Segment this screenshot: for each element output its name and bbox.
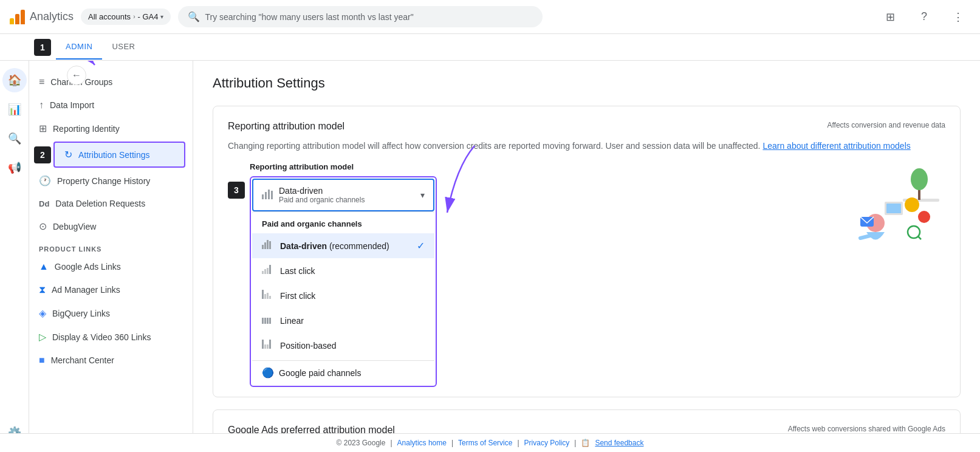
- google-paid-label: Google paid channels: [279, 368, 361, 378]
- google-paid-row[interactable]: 🔵 Google paid channels: [252, 361, 434, 385]
- analytics-logo: [10, 10, 25, 24]
- data-driven-check-icon: ✓: [417, 240, 425, 252]
- linear-icon: [262, 314, 273, 327]
- svg-rect-13: [262, 290, 264, 299]
- footer-separator-3: |: [517, 439, 519, 447]
- svg-rect-22: [264, 344, 266, 349]
- tab-user[interactable]: USER: [102, 35, 145, 60]
- data-deletion-icon: Dd: [39, 199, 49, 208]
- dropdown-section-paid-organic: Paid and organic channels: [252, 212, 434, 233]
- learn-link[interactable]: Learn about different attribution models: [762, 141, 910, 151]
- last-click-label: Last click: [280, 266, 425, 276]
- nav-item-channel-groups[interactable]: ≡ Channel Groups: [29, 70, 188, 94]
- feedback-icon: 📋: [581, 439, 590, 447]
- sidebar-home-icon[interactable]: 🏠: [2, 68, 27, 92]
- account-label: All accounts: [88, 12, 131, 21]
- nav-item-ad-manager[interactable]: ⧗ Ad Manager Links: [29, 278, 188, 301]
- svg-rect-14: [264, 294, 266, 299]
- model-selector-container: Reporting attribution model: [250, 162, 437, 387]
- sidebar-advertising-icon[interactable]: 📢: [2, 156, 27, 180]
- model-select-text: Data-driven Paid and organic channels: [279, 186, 416, 204]
- left-sidebar: 🏠 📊 🔍 📢 ⚙️: [0, 61, 29, 452]
- footer-separator-2: |: [451, 439, 453, 447]
- main-layout: 🏠 📊 🔍 📢 ⚙️ ← ≡ Channel Groups ↑ Data Imp…: [0, 61, 980, 452]
- last-click-icon: [262, 264, 273, 277]
- model-select-bar-icon: [262, 188, 274, 202]
- display-video-icon: ▷: [39, 331, 46, 343]
- reporting-attribution-card: Reporting attribution model Affects conv…: [213, 106, 961, 397]
- hero-illustration: [824, 162, 945, 272]
- svg-rect-24: [269, 340, 271, 349]
- page-title: Attribution Settings: [213, 75, 961, 91]
- card-title: Reporting attribution model: [228, 121, 344, 132]
- nav-item-data-import[interactable]: ↑ Data Import: [29, 94, 188, 117]
- footer: © 2023 Google | Analytics home | Terms o…: [0, 433, 980, 452]
- linear-label: Linear: [280, 316, 425, 326]
- step-3-badge: 3: [228, 182, 245, 199]
- nav-item-reporting-identity[interactable]: ⊞ Reporting Identity: [29, 117, 188, 140]
- account-selector[interactable]: All accounts › - GA4 ▾: [81, 9, 171, 25]
- footer-analytics-home[interactable]: Analytics home: [397, 439, 447, 447]
- step-1-badge: 1: [34, 39, 51, 56]
- svg-rect-17: [262, 318, 264, 324]
- svg-rect-16: [269, 296, 271, 299]
- card-note: Affects conversion and revenue data: [827, 121, 945, 129]
- sidebar-explore-icon[interactable]: 🔍: [2, 126, 27, 151]
- dropdown-item-data-driven[interactable]: Data-driven (recommended) ✓: [252, 233, 434, 258]
- footer-privacy-policy[interactable]: Privacy Policy: [524, 439, 570, 447]
- selected-model-name: Data-driven: [279, 186, 416, 196]
- nav-label-data-deletion: Data Deletion Requests: [55, 199, 145, 208]
- svg-point-27: [911, 168, 928, 190]
- first-click-icon: [262, 289, 273, 302]
- apps-icon[interactable]: ⊞: [878, 5, 902, 29]
- dropdown-chevron-icon: ▾: [420, 190, 425, 200]
- search-bar[interactable]: 🔍 Try searching "how many users last mon…: [178, 6, 543, 27]
- dropdown-area: 3 Reporting attribution model: [228, 162, 945, 387]
- data-import-icon: ↑: [39, 100, 44, 111]
- model-dropdown-trigger[interactable]: Data-driven Paid and organic channels ▾: [252, 179, 434, 211]
- more-options-icon[interactable]: ⋮: [946, 5, 970, 29]
- svg-rect-8: [269, 241, 271, 249]
- dropdown-item-position-based[interactable]: Position-based: [252, 333, 434, 358]
- dropdown-item-first-click[interactable]: First click: [252, 283, 434, 308]
- card-description: Changing reporting attribution model wil…: [228, 141, 761, 151]
- nav-item-property-change-history[interactable]: 🕐 Property Change History: [29, 169, 188, 193]
- step-2-badge: 2: [34, 146, 51, 163]
- data-driven-sub: (recommended): [329, 241, 389, 251]
- nav-item-debugview[interactable]: ⊙ DebugView: [29, 214, 188, 238]
- footer-terms-of-service[interactable]: Terms of Service: [458, 439, 512, 447]
- nav-item-display-video[interactable]: ▷ Display & Video 360 Links: [29, 325, 188, 349]
- help-icon[interactable]: ?: [912, 5, 936, 29]
- admin-user-tabs: 1 ADMIN USER: [0, 34, 980, 61]
- google-ads-icon: ▲: [39, 261, 49, 272]
- merchant-center-icon: ■: [39, 355, 45, 366]
- dropdown-item-linear[interactable]: Linear: [252, 308, 434, 333]
- bigquery-icon: ◈: [39, 307, 46, 319]
- svg-rect-6: [264, 242, 266, 249]
- svg-rect-23: [267, 344, 269, 349]
- card-header: Reporting attribution model Affects conv…: [228, 121, 945, 139]
- position-based-icon: [262, 339, 273, 352]
- nav-item-data-deletion[interactable]: Dd Data Deletion Requests: [29, 193, 188, 214]
- nav-label-ad-manager: Ad Manager Links: [52, 285, 120, 295]
- dropdown-label: Reporting attribution model: [250, 162, 437, 171]
- svg-rect-21: [262, 340, 264, 349]
- back-button[interactable]: ←: [67, 66, 86, 85]
- svg-rect-29: [886, 204, 901, 213]
- main-content: Attribution Settings Reporting attributi…: [193, 61, 980, 452]
- dropdown-item-last-click[interactable]: Last click: [252, 258, 434, 283]
- attribution-settings-icon: ↻: [64, 149, 72, 160]
- nav-item-bigquery[interactable]: ◈ BigQuery Links: [29, 301, 188, 325]
- svg-rect-11: [267, 268, 269, 274]
- app-title: Analytics: [30, 10, 74, 23]
- svg-point-31: [905, 197, 919, 212]
- svg-rect-15: [267, 293, 269, 299]
- tab-admin[interactable]: ADMIN: [56, 35, 102, 60]
- sidebar-reports-icon[interactable]: 📊: [2, 97, 27, 122]
- chevron-right-icon: ›: [133, 13, 135, 20]
- nav-item-merchant-center[interactable]: ■ Merchant Center: [29, 349, 188, 372]
- footer-separator-1: |: [390, 439, 392, 447]
- nav-item-attribution-settings[interactable]: ↻ Attribution Settings: [53, 142, 185, 168]
- nav-item-google-ads-links[interactable]: ▲ Google Ads Links: [29, 255, 188, 278]
- footer-send-feedback[interactable]: Send feedback: [595, 439, 643, 447]
